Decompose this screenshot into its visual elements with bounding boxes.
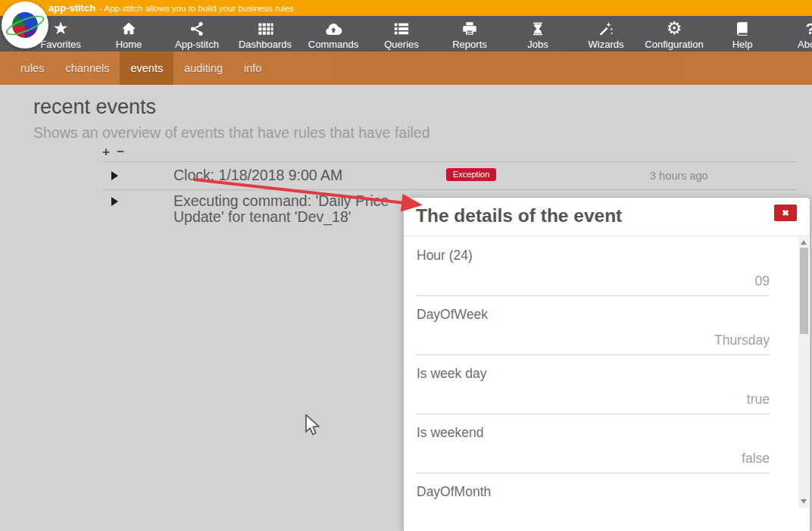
nav-item-commands[interactable]: Commands	[299, 16, 367, 52]
hourglass-icon	[530, 19, 545, 38]
brand-tagline: - App-stitch allows you to build your bu…	[99, 4, 294, 13]
page-subtitle: Shows an overview of events that have ru…	[33, 124, 430, 142]
field-is-weekend: Is weekend false	[417, 414, 770, 473]
field-label: Hour (24)	[417, 248, 473, 264]
nav-label: Dashboards	[239, 39, 292, 50]
grid-icon	[257, 19, 274, 38]
app-logo[interactable]	[2, 2, 48, 48]
mouse-cursor	[304, 414, 321, 440]
event-timestamp: 3 hours ago	[650, 170, 708, 182]
field-dayofweek: DayOfWeek Thursday	[417, 296, 770, 355]
scrollbar-thumb[interactable]	[800, 248, 808, 334]
brand-name: app-stitch	[48, 2, 95, 14]
nav-label: App-stitch	[175, 39, 219, 50]
book-icon	[735, 19, 750, 38]
printer-icon	[461, 19, 478, 38]
modal-title: The details of the event	[416, 205, 622, 226]
main-navbar: ★ Favorites Home App-stitch Dashboards C…	[0, 16, 812, 52]
question-icon: ?	[806, 19, 812, 38]
scroll-up-arrow-icon[interactable]	[801, 240, 807, 245]
nav-item-about[interactable]: ? About	[776, 16, 812, 52]
nav-label: Jobs	[527, 39, 548, 50]
nav-label: Configuration	[645, 39, 703, 50]
nav-item-configuration[interactable]: ⚙ Configuration	[640, 16, 708, 52]
subnav-tab-info[interactable]: info	[233, 52, 272, 85]
nav-label: Favorites	[40, 39, 80, 50]
field-label: Is weekend	[417, 425, 484, 441]
tree-controls: +−	[102, 145, 131, 160]
cloud-upload-icon	[324, 19, 342, 38]
nav-item-home[interactable]: Home	[95, 16, 163, 52]
subnav-tab-rules[interactable]: rules	[10, 52, 55, 85]
sub-navbar: rules channels events auditing info	[0, 52, 812, 85]
nav-label: Reports	[452, 39, 487, 50]
subnav-tab-events[interactable]: events	[120, 52, 173, 85]
event-row[interactable]: Clock: 1/18/2018 9:00 AM Exception 3 hou…	[102, 162, 797, 190]
page-title: recent events	[33, 95, 156, 119]
nav-item-reports[interactable]: Reports	[436, 16, 504, 52]
modal-header: The details of the event ✖	[404, 198, 810, 236]
field-value: true	[747, 392, 770, 408]
field-hour: Hour (24) 09	[417, 237, 770, 296]
modal-body: Hour (24) 09 DayOfWeek Thursday Is week …	[404, 237, 797, 531]
scroll-down-arrow-icon[interactable]	[801, 499, 807, 504]
nav-item-app-stitch[interactable]: App-stitch	[163, 16, 231, 52]
nav-label: Wizards	[589, 39, 624, 50]
close-icon: ✖	[782, 208, 789, 218]
magic-wand-icon	[598, 19, 614, 38]
modal-scrollbar[interactable]	[798, 237, 809, 508]
nav-item-help[interactable]: Help	[708, 16, 776, 52]
field-dayofmonth: DayOfMonth	[417, 473, 770, 531]
nav-label: About	[798, 39, 812, 50]
close-button[interactable]: ✖	[774, 205, 797, 221]
field-value: 09	[755, 273, 770, 289]
field-value: false	[742, 451, 770, 467]
list-icon	[393, 19, 410, 38]
field-label: DayOfWeek	[417, 307, 488, 323]
home-icon	[120, 19, 137, 38]
expand-caret-icon[interactable]	[111, 197, 118, 206]
event-details-modal: The details of the event ✖ Hour (24) 09 …	[403, 197, 810, 531]
nav-label: Help	[732, 39, 753, 50]
field-is-week-day: Is week day true	[417, 355, 770, 414]
nav-label: Home	[116, 39, 142, 50]
nav-label: Queries	[384, 39, 419, 50]
nav-label: Commands	[308, 39, 358, 50]
event-title: Clock: 1/18/2018 9:00 AM	[173, 167, 425, 183]
gear-icon: ⚙	[667, 19, 682, 38]
expand-caret-icon[interactable]	[111, 171, 118, 180]
field-label: Is week day	[417, 366, 486, 382]
subnav-tab-auditing[interactable]: auditing	[173, 52, 233, 85]
nav-item-wizards[interactable]: Wizards	[572, 16, 640, 52]
status-badge: Exception	[446, 168, 496, 181]
subnav-tab-channels[interactable]: channels	[55, 52, 120, 85]
collapse-all-button[interactable]: −	[117, 145, 124, 159]
field-value: Thursday	[714, 333, 770, 348]
event-title: Executing command: 'Daily Price Update' …	[173, 193, 425, 224]
top-brand-bar: app-stitch - App-stitch allows you to bu…	[0, 0, 812, 16]
share-icon	[189, 19, 205, 38]
field-label: DayOfMonth	[417, 484, 491, 500]
star-icon: ★	[53, 19, 69, 38]
nav-item-dashboards[interactable]: Dashboards	[231, 16, 299, 52]
nav-item-jobs[interactable]: Jobs	[504, 16, 572, 52]
expand-all-button[interactable]: +	[102, 145, 110, 159]
nav-item-queries[interactable]: Queries	[367, 16, 436, 52]
